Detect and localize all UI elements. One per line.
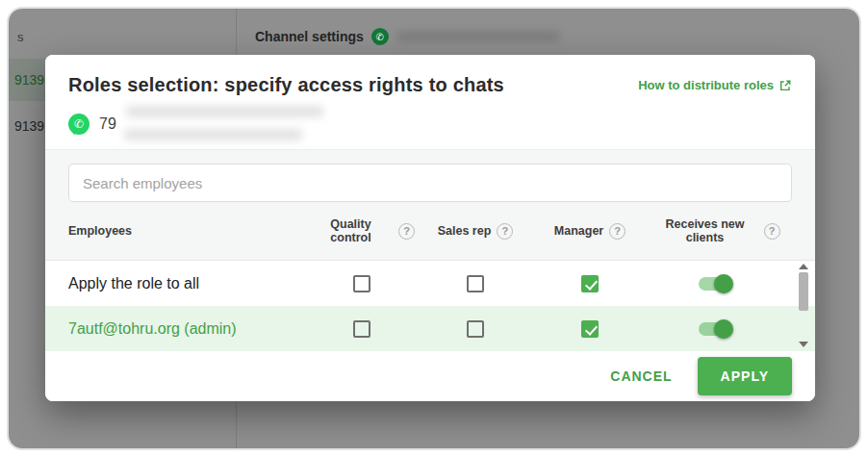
help-icon[interactable]: ?: [398, 223, 415, 240]
column-header-employees: Employees: [68, 224, 309, 238]
table-row-apply-all: Apply the role to all: [45, 261, 815, 306]
dialog-header: Roles selection: specify access rights t…: [45, 55, 815, 149]
blurred-channel-details: [126, 110, 338, 139]
help-icon[interactable]: ?: [609, 223, 625, 240]
channel-count: 79: [99, 115, 116, 133]
table-row-employee: 7autf@tohru.org (admin): [45, 306, 815, 351]
column-header-manager: Manager ?: [536, 223, 644, 240]
row-label: Apply the role to all: [68, 275, 309, 292]
employees-table-body: Apply the role to all 7autf@tohru.org (a…: [45, 260, 815, 350]
screenshot-root: s 9139 9139 Channel settings ✆: [0, 0, 868, 457]
receives-new-clients-toggle[interactable]: [699, 274, 733, 293]
sales-rep-checkbox[interactable]: [467, 320, 484, 338]
app-window: s 9139 9139 Channel settings ✆: [7, 7, 861, 450]
column-header-quality-control: Quality control ?: [309, 217, 415, 244]
apply-button[interactable]: APPLY: [698, 357, 792, 395]
receives-new-clients-toggle[interactable]: [699, 319, 733, 339]
channel-summary: ✆ 79: [68, 110, 792, 139]
external-link-icon: [779, 79, 792, 92]
scrollbar-track[interactable]: [799, 272, 808, 339]
row-label: 7autf@tohru.org (admin): [68, 320, 309, 338]
scroll-up-icon[interactable]: [799, 264, 808, 269]
table-header-row: Employees Quality control ? Sales rep ? …: [45, 202, 815, 260]
column-header-sales-rep: Sales rep ?: [415, 223, 536, 240]
cancel-button[interactable]: CANCEL: [610, 368, 672, 384]
manager-checkbox[interactable]: [581, 275, 599, 292]
help-link[interactable]: How to distribute roles: [638, 78, 792, 92]
search-and-header-section: Employees Quality control ? Sales rep ? …: [45, 149, 815, 260]
sales-rep-checkbox[interactable]: [467, 275, 484, 292]
manager-checkbox[interactable]: [581, 320, 599, 338]
whatsapp-icon: ✆: [68, 114, 89, 135]
scroll-down-icon[interactable]: [799, 342, 808, 347]
dialog-title: Roles selection: specify access rights t…: [68, 74, 504, 96]
table-scrollbar[interactable]: [797, 264, 810, 347]
dialog-footer: CANCEL APPLY: [45, 350, 815, 401]
quality-control-checkbox[interactable]: [353, 320, 370, 338]
help-icon[interactable]: ?: [764, 223, 780, 240]
help-icon[interactable]: ?: [497, 223, 513, 240]
scrollbar-thumb[interactable]: [799, 272, 808, 311]
quality-control-checkbox[interactable]: [353, 275, 370, 292]
column-header-receives-new-clients: Receives new clients ?: [644, 217, 788, 244]
help-link-label: How to distribute roles: [638, 78, 774, 92]
roles-dialog: Roles selection: specify access rights t…: [45, 55, 815, 401]
search-input[interactable]: [68, 164, 792, 202]
